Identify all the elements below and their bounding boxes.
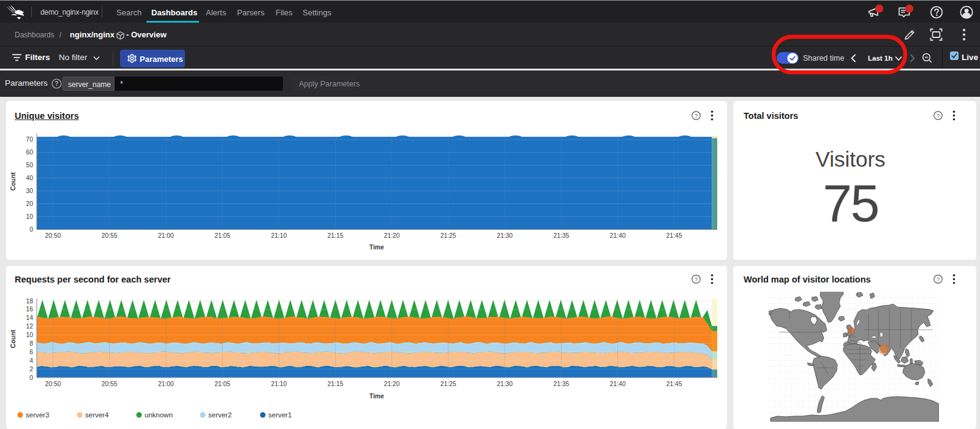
svg-text:8: 8 bbox=[29, 340, 33, 347]
svg-text:21:45: 21:45 bbox=[666, 381, 682, 387]
svg-text:21:25: 21:25 bbox=[440, 381, 456, 387]
svg-text:14: 14 bbox=[26, 314, 34, 321]
svg-text:server1: server1 bbox=[268, 411, 292, 419]
svg-text:18: 18 bbox=[26, 298, 34, 305]
svg-text:21:40: 21:40 bbox=[610, 381, 626, 387]
svg-text:21:05: 21:05 bbox=[214, 381, 230, 387]
svg-text:server3: server3 bbox=[26, 411, 49, 419]
svg-text:4: 4 bbox=[29, 357, 33, 364]
svg-text:2: 2 bbox=[29, 366, 33, 373]
svg-text:unknown: unknown bbox=[145, 411, 173, 419]
svg-text:20:50: 20:50 bbox=[45, 381, 61, 387]
svg-text:21:30: 21:30 bbox=[497, 381, 513, 387]
svg-text:6: 6 bbox=[29, 349, 33, 355]
svg-text:10: 10 bbox=[26, 332, 34, 338]
svg-text:21:35: 21:35 bbox=[553, 381, 569, 387]
svg-text:20:55: 20:55 bbox=[102, 381, 118, 387]
svg-text:server2: server2 bbox=[208, 411, 232, 419]
svg-text:21:20: 21:20 bbox=[384, 381, 400, 387]
svg-text:Count: Count bbox=[10, 330, 17, 348]
svg-text:server4: server4 bbox=[85, 411, 109, 419]
svg-text:Time: Time bbox=[369, 393, 384, 400]
svg-text:12: 12 bbox=[26, 323, 34, 330]
svg-text:16: 16 bbox=[26, 306, 34, 313]
svg-text:0: 0 bbox=[29, 374, 33, 381]
svg-text:21:15: 21:15 bbox=[328, 381, 344, 387]
svg-text:21:10: 21:10 bbox=[271, 381, 287, 387]
svg-text:21:00: 21:00 bbox=[158, 381, 174, 387]
